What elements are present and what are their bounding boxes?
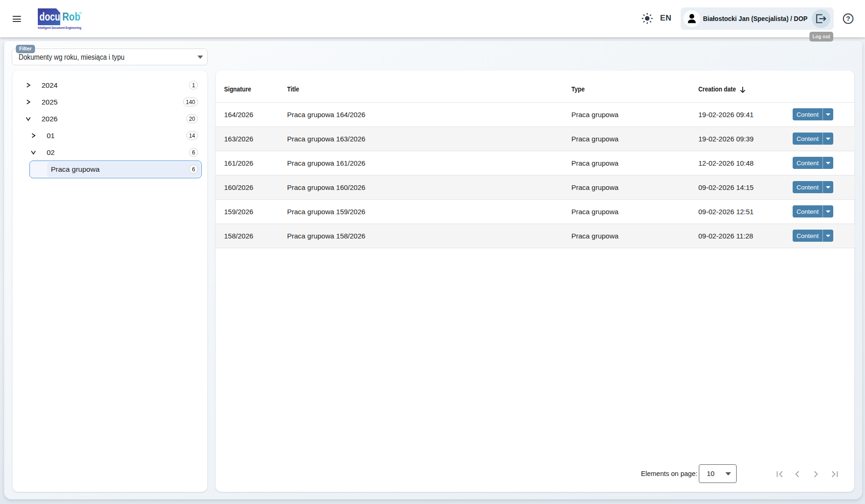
svg-text:Intelligent Document Engineeri: Intelligent Document Engineering [38, 26, 81, 30]
svg-text:docu: docu [40, 11, 61, 23]
svg-text:?: ? [846, 15, 851, 22]
svg-text:Rob: Rob [63, 11, 81, 23]
